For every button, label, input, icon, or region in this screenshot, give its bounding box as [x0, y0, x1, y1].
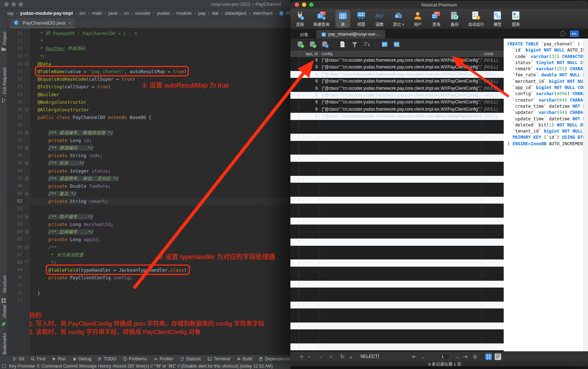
cell-app-id[interactable]: [299, 274, 320, 280]
empty-row[interactable]: [290, 211, 504, 218]
toolbar-button-export-grid[interactable]: [393, 41, 400, 48]
toolbar-button-user[interactable]: 用户: [410, 10, 425, 28]
cell-app-id[interactable]: [299, 288, 320, 294]
cell-create-time[interactable]: [482, 232, 504, 239]
cell-config[interactable]: [320, 218, 482, 224]
row-gutter-cell[interactable]: [290, 127, 299, 134]
event-log-icon[interactable]: [2, 364, 6, 368]
tab-pay-channel[interactable]: pay_channel@ruoyi-vue-...: [316, 30, 385, 39]
cell-app-id[interactable]: [299, 315, 320, 322]
row-gutter-cell[interactable]: [290, 211, 299, 218]
fold-marker-icon[interactable]: [25, 261, 28, 264]
cell-create-time[interactable]: [482, 329, 504, 336]
cell-config[interactable]: [320, 239, 482, 245]
cell-create-time[interactable]: (NULL): [482, 64, 504, 71]
toolbar-button-commit[interactable]: [309, 41, 317, 48]
row-gutter-cell[interactable]: [290, 294, 299, 301]
sidebar-item-jrebel[interactable]: JRebel: [0, 293, 7, 329]
delete-record-icon[interactable]: −: [308, 353, 311, 360]
empty-row[interactable]: [290, 141, 504, 148]
cell-config[interactable]: [320, 308, 482, 315]
toolbar-button-function[interactable]: f(x)函数: [372, 10, 387, 28]
column-header-config[interactable]: config: [320, 50, 482, 57]
empty-row[interactable]: [290, 183, 504, 190]
fold-marker-icon[interactable]: −: [25, 108, 28, 111]
empty-row[interactable]: [290, 315, 504, 322]
empty-row[interactable]: [290, 281, 504, 288]
empty-row[interactable]: [290, 176, 504, 183]
cell-config[interactable]: [320, 169, 482, 175]
previous-page-icon[interactable]: ←: [421, 353, 426, 360]
table-row[interactable]: 6{"@class":"cn.iocoder.yudao.framework.p…: [290, 71, 504, 78]
empty-row[interactable]: [290, 259, 504, 266]
row-gutter-cell[interactable]: [290, 337, 299, 343]
cell-app-id[interactable]: [299, 246, 320, 253]
tool-button-terminal[interactable]: Terminal: [204, 356, 233, 361]
cell-create-time[interactable]: (NULL): [482, 99, 504, 106]
ddl-toggle-button[interactable]: DDL: [570, 31, 579, 37]
table-row[interactable]: 6{"@class":"cn.iocoder.yudao.framework.p…: [290, 113, 504, 120]
empty-row[interactable]: [290, 155, 504, 161]
row-gutter-cell[interactable]: [290, 204, 299, 210]
tool-button-find[interactable]: Find: [27, 356, 48, 361]
row-gutter-cell[interactable]: [290, 246, 299, 253]
tool-button-statistic[interactable]: Statistic: [177, 356, 204, 361]
tab-paychanneldo-java[interactable]: C PayChannelDO.java ×: [10, 18, 75, 28]
fold-marker-icon[interactable]: +: [25, 192, 28, 195]
row-gutter-cell[interactable]: [290, 259, 299, 266]
breadcrumb-item[interactable]: iocoder: [135, 10, 151, 16]
cell-create-time[interactable]: [482, 259, 504, 266]
row-gutter-cell[interactable]: [290, 308, 299, 315]
cell-create-time[interactable]: [482, 155, 504, 161]
cell-app-id[interactable]: [299, 148, 320, 155]
row-gutter-cell[interactable]: [290, 218, 299, 224]
data-grid[interactable]: app_idconfigcreat 6{"@class":"cn.iocoder…: [290, 50, 504, 351]
cell-app-id[interactable]: [299, 155, 320, 161]
toolbar-button-table[interactable]: 表: [335, 10, 350, 28]
empty-row[interactable]: [290, 127, 504, 134]
empty-row[interactable]: [290, 224, 504, 231]
table-row[interactable]: 6{"@class":"cn.iocoder.yudao.framework.p…: [290, 106, 504, 113]
cell-app-id[interactable]: 6: [299, 113, 320, 120]
cell-create-time[interactable]: [482, 239, 504, 245]
column-header-app_id[interactable]: app_id: [299, 50, 320, 57]
cell-app-id[interactable]: 6: [299, 92, 320, 99]
cell-create-time[interactable]: [482, 141, 504, 148]
tool-button-problems[interactable]: Problems: [120, 356, 151, 361]
toolbar-button-view[interactable]: 视图: [354, 10, 369, 28]
cell-config[interactable]: [320, 246, 482, 253]
row-gutter-cell[interactable]: [290, 99, 299, 106]
cell-app-id[interactable]: [299, 169, 320, 175]
breadcrumb-item[interactable]: dataobject: [225, 10, 246, 16]
table-row[interactable]: 6{"@class":"cn.iocoder.yudao.framework.p…: [290, 85, 504, 92]
cell-app-id[interactable]: [299, 141, 320, 148]
close-window-icon[interactable]: [4, 2, 9, 6]
cell-create-time[interactable]: [482, 218, 504, 224]
tool-button-dependencies[interactable]: Dependencies: [255, 356, 290, 361]
cell-config[interactable]: [320, 224, 482, 231]
cell-app-id[interactable]: 6: [299, 99, 320, 106]
toolbar-button-sort[interactable]: [363, 41, 371, 48]
cell-create-time[interactable]: (NULL): [482, 71, 504, 78]
cell-config[interactable]: [320, 294, 482, 301]
tool-button-git[interactable]: Git: [9, 356, 27, 361]
empty-row[interactable]: [290, 288, 504, 294]
cell-config[interactable]: [320, 315, 482, 322]
cell-config[interactable]: {"@class":"cn.iocoder.yudao.framework.pa…: [320, 106, 482, 113]
cell-app-id[interactable]: [299, 329, 320, 336]
cell-create-time[interactable]: [482, 274, 504, 280]
cell-config[interactable]: [320, 190, 482, 196]
cell-app-id[interactable]: [299, 259, 320, 266]
column-header-creat[interactable]: creat: [482, 50, 504, 57]
form-view-icon[interactable]: [494, 353, 502, 360]
refresh-icon[interactable]: ↻: [340, 353, 345, 360]
cell-create-time[interactable]: (NULL): [482, 85, 504, 92]
cell-config[interactable]: [320, 176, 482, 183]
cell-app-id[interactable]: [299, 204, 320, 210]
tool-button-run[interactable]: Run: [49, 356, 69, 361]
cell-app-id[interactable]: [299, 218, 320, 224]
cell-app-id[interactable]: 6: [299, 57, 320, 64]
toolbar-button-new-query[interactable]: 新建查询: [311, 10, 332, 28]
row-gutter-cell[interactable]: [290, 329, 299, 336]
row-gutter-cell[interactable]: [290, 239, 299, 245]
